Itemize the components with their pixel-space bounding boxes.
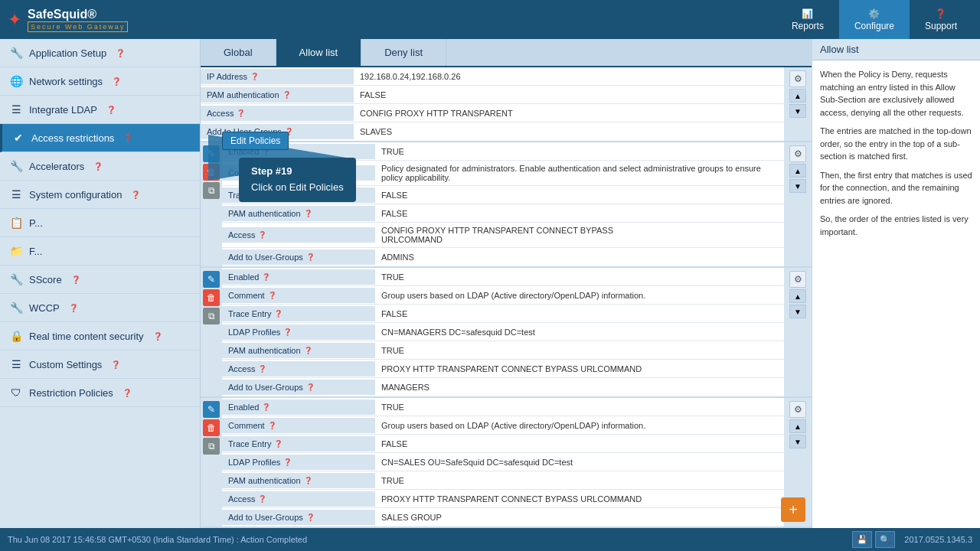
scroll-down-button[interactable]: ▼ [789, 179, 806, 193]
policy-row: Comment ❓ Group users based on LDAP (Act… [222, 286, 784, 305]
row-label: Access ❓ [222, 227, 375, 243]
tab-global[interactable]: Global [201, 39, 276, 66]
right-panel-p2: The entries are matched in the top-down … [820, 125, 972, 163]
settings-button[interactable]: ⚙ [789, 145, 806, 162]
row-label: Access ❓ [201, 106, 354, 121]
right-panel: Allow list When the Policy is Deny, requ… [812, 39, 980, 528]
row-label: Comment ❓ [222, 288, 375, 303]
sidebar-item-label: F... [29, 246, 42, 257]
wccp-icon: 🔧 [9, 302, 23, 314]
help-icon: ❓ [262, 403, 270, 411]
help-icon: ❓ [306, 514, 315, 521]
row-label: Trace Entry ❓ [222, 306, 375, 321]
scroll-down-button[interactable]: ▼ [789, 305, 806, 318]
search-icon-button[interactable]: 🔍 [875, 531, 895, 548]
settings-button[interactable]: ⚙ [789, 70, 806, 87]
edit-button[interactable]: ✎ [203, 271, 220, 288]
network-settings-icon: 🌐 [9, 75, 23, 87]
sidebar-item-network-settings[interactable]: 🌐 Network settings ❓ [0, 67, 200, 96]
copy-button[interactable]: ⧉ [203, 308, 220, 324]
tab-allow-list[interactable]: Allow list [276, 39, 362, 66]
policy-row: PAM authentication ❓ FALSE [222, 204, 784, 223]
system-configuration-icon: ☰ [9, 188, 23, 201]
delete-button[interactable]: 🗑 [203, 419, 220, 436]
sidebar-item-real-time-content[interactable]: 🔒 Real time content security ❓ [0, 322, 200, 350]
help-icon: ❓ [237, 109, 245, 117]
scroll-up-button[interactable]: ▲ [789, 419, 806, 433]
policy-entry: ✎ 🗑 ⧉ Enabled ❓ TRUE Comment ❓ Group [201, 398, 812, 528]
bottom-icons: 💾 🔍 2017.0525.1345.3 [852, 531, 972, 548]
delete-button[interactable]: 🗑 [203, 164, 220, 181]
tab-deny-list[interactable]: Deny list [361, 39, 446, 66]
status-text: Thu Jun 08 2017 15:46:58 GMT+0530 (India… [8, 535, 307, 544]
settings-button[interactable]: ⚙ [789, 271, 806, 288]
sidebar-item-integrate-ldap[interactable]: ☰ Integrate LDAP ❓ [0, 96, 200, 124]
sidebar-item-f[interactable]: 📁 F... [0, 237, 200, 266]
nav-support-label: Support [925, 21, 957, 31]
nav-configure[interactable]: ⚙️ Configure [839, 0, 910, 39]
sidebar-item-label: WCCP [29, 302, 60, 314]
policy-row: IP Address ❓ 192.168.0.24,192.168.0.26 [201, 67, 784, 86]
sscore-icon: 🔧 [9, 273, 23, 285]
policy-row: Enabled ❓ TRUE [222, 268, 784, 286]
row-value: CONFIG PROXY HTTP TRANSPARENT [354, 106, 784, 121]
accelerators-icon: 🔧 [9, 160, 23, 172]
step-number: Step #19 [251, 164, 344, 180]
step-text: Click on Edit Policies [251, 180, 344, 196]
policy-row: Comment ❓ Group users based on LDAP (Act… [222, 416, 784, 435]
edit-button[interactable]: ✎ [203, 145, 220, 162]
edit-button[interactable]: ✎ [203, 401, 220, 418]
sidebar-item-application-setup[interactable]: 🔧 Application Setup ❓ [0, 39, 200, 67]
sidebar-item-system-configuration[interactable]: ☰ System configuration ❓ [0, 181, 200, 209]
delete-button[interactable]: 🗑 [203, 289, 220, 306]
sidebar-item-sscore[interactable]: 🔧 SScore ❓ [0, 266, 200, 294]
status-bar: Thu Jun 08 2017 15:46:58 GMT+0530 (India… [0, 528, 980, 551]
sidebar-item-label: Network settings [29, 76, 103, 87]
p-icon: 📋 [9, 217, 23, 229]
row-value: 192.168.0.24,192.168.0.26 [354, 69, 784, 84]
row-label: PAM authentication ❓ [222, 206, 375, 221]
scroll-down-button[interactable]: ▼ [789, 104, 806, 118]
row-label: Comment ❓ [222, 418, 375, 433]
scroll-up-button[interactable]: ▲ [789, 164, 806, 178]
help-icon: ❓ [304, 477, 312, 484]
help-icon: ❓ [122, 389, 132, 397]
help-icon: ❓ [112, 77, 121, 86]
nav-reports[interactable]: 📊 Reports [776, 0, 839, 39]
copy-button[interactable]: ⧉ [203, 438, 220, 455]
nav-configure-label: Configure [854, 21, 894, 31]
scroll-up-button[interactable]: ▲ [789, 289, 806, 303]
sidebar-item-p[interactable]: 📋 P... [0, 209, 200, 237]
row-value: TRUE [375, 269, 784, 285]
row-label: Add to User-Groups ❓ [222, 510, 375, 525]
row-value: Group users based on LDAP (Active direct… [375, 418, 784, 433]
copy-button[interactable]: ⧉ [203, 182, 220, 199]
policy-row: Access ❓ PROXY HTTP TRANSPARENT CONNECT … [222, 360, 784, 378]
row-label: Add to User-Groups ❓ [222, 249, 375, 265]
sidebar-item-custom-settings[interactable]: ☰ Custom Settings ❓ [0, 350, 200, 379]
policy-entry: ✎ 🗑 ⧉ Enabled ❓ TRUE Comment ❓ [201, 142, 812, 268]
sidebar-item-access-restrictions[interactable]: ✔ Access restrictions ❓ [0, 124, 200, 152]
save-icon-button[interactable]: 💾 [852, 531, 872, 548]
add-entry-button[interactable]: + [781, 497, 805, 522]
sidebar-item-label: Real time content security [29, 331, 144, 342]
help-icon: ❓ [250, 73, 259, 80]
row-value: ADMINS [375, 249, 784, 265]
right-panel-p4: So, the order of the entries listed is v… [820, 213, 972, 238]
row-label: PAM authentication ❓ [222, 343, 375, 358]
entry-action-btns: ✎ 🗑 ⧉ [201, 398, 222, 527]
nav-support[interactable]: ❓ Support [910, 0, 972, 39]
edit-policies-tooltip: Edit Policies [222, 132, 289, 150]
sidebar-item-label: Access restrictions [31, 132, 114, 144]
scroll-up-button[interactable]: ▲ [789, 89, 806, 103]
settings-button[interactable]: ⚙ [789, 401, 806, 418]
sidebar-item-label: Accelerators [29, 161, 84, 172]
step-box: Step #19 Click on Edit Policies [239, 158, 356, 202]
scroll-down-button[interactable]: ▼ [789, 435, 806, 448]
right-panel-p3: Then, the first entry that matches is us… [820, 169, 972, 207]
sidebar-item-wccp[interactable]: 🔧 WCCP ❓ [0, 294, 200, 322]
sidebar-item-restriction-policies[interactable]: 🛡 Restriction Policies ❓ [0, 379, 200, 407]
row-value: PROXY HTTP TRANSPARENT CONNECT BYPASS UR… [375, 361, 784, 377]
sidebar-item-accelerators[interactable]: 🔧 Accelerators ❓ [0, 152, 200, 181]
row-value: CN=SALES OU=SafeSquid DC=safesquid DC=te… [375, 455, 784, 470]
